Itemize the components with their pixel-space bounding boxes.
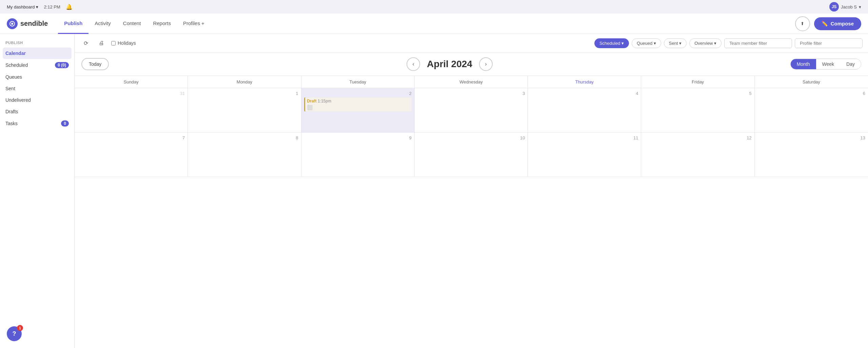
compose-label: Compose [831, 21, 854, 26]
scheduled-filter-button[interactable]: Scheduled ▾ [594, 38, 629, 48]
calendar-header: Sunday Monday Tuesday Wednesday Thursday… [75, 76, 868, 88]
cal-date-2: 2 [304, 91, 412, 96]
cal-cell-5[interactable]: 5 [641, 88, 754, 132]
cal-cell-4[interactable]: 4 [528, 88, 641, 132]
cal-date-8: 8 [191, 135, 298, 140]
logo-text: sendible [20, 20, 48, 27]
calendar-month-title: April 2024 [427, 59, 472, 70]
scheduled-filter-label: Scheduled ▾ [599, 41, 624, 46]
cal-date-10: 10 [417, 135, 525, 140]
day-header-wednesday: Wednesday [415, 76, 528, 88]
compose-button[interactable]: ✏️ Compose [814, 17, 861, 30]
today-label: Today [89, 61, 101, 67]
today-button[interactable]: Today [81, 58, 109, 70]
print-button[interactable]: 🖨 [96, 37, 107, 49]
profile-filter-input[interactable] [795, 38, 863, 48]
nav-reports[interactable]: Reports [147, 14, 177, 34]
help-badge: 1 [17, 325, 23, 331]
sent-filter-button[interactable]: Sent ▾ [664, 38, 687, 48]
user-menu[interactable]: JS Jacob S ▾ [829, 2, 861, 12]
next-month-button[interactable]: › [479, 57, 493, 71]
cal-date-12: 12 [644, 135, 751, 140]
overview-filter-button[interactable]: Overview ▾ [689, 38, 722, 48]
team-member-filter-input[interactable] [724, 38, 792, 48]
prev-month-button[interactable]: ‹ [407, 57, 420, 71]
cal-date-4: 4 [531, 91, 638, 96]
cal-cell-3[interactable]: 3 [415, 88, 528, 132]
cal-date-7: 7 [77, 135, 185, 140]
cal-cell-1[interactable]: 1 [188, 88, 301, 132]
sidebar-item-calendar[interactable]: Calendar [3, 47, 72, 59]
cal-cell-13[interactable]: 13 [755, 133, 868, 177]
sidebar-scheduled-label: Scheduled [5, 62, 55, 68]
holidays-label: Holidays [118, 40, 136, 46]
sidebar-item-queues[interactable]: Queues [0, 71, 74, 83]
cal-date-5: 5 [644, 91, 751, 96]
sidebar-item-tasks[interactable]: Tasks 0 [0, 117, 74, 130]
user-name: Jacob S [841, 4, 857, 9]
sidebar: PUBLISH Calendar Scheduled 0 (0) Queues … [0, 34, 75, 348]
nav-content[interactable]: Content [117, 14, 147, 34]
navbar-left: sendible Publish Activity Content Report… [7, 14, 211, 34]
refresh-icon: ⟳ [84, 40, 88, 46]
dashboard-label: My dashboard [7, 4, 35, 9]
scheduled-badge: 0 (0) [55, 62, 69, 68]
sidebar-item-undelivered[interactable]: Undelivered [0, 94, 74, 106]
day-header-monday: Monday [188, 76, 301, 88]
holidays-checkbox-label[interactable]: Holidays [111, 40, 136, 46]
sidebar-item-scheduled[interactable]: Scheduled 0 (0) [0, 59, 74, 71]
calendar-nav: Today ‹ April 2024 › Month Week D [75, 53, 868, 76]
cal-cell-7[interactable]: 7 [75, 133, 188, 177]
calendar-body: 31 1 2 Draft 1:15pm 3 [75, 88, 868, 177]
cal-cell-9[interactable]: 9 [301, 133, 415, 177]
cal-cell-2[interactable]: 2 Draft 1:15pm [301, 88, 415, 132]
sidebar-item-sent[interactable]: Sent [0, 83, 74, 94]
navbar-right: ⬆ ✏️ Compose [795, 16, 861, 31]
help-button[interactable]: ? 1 [7, 326, 22, 341]
avatar-initials: JS [832, 4, 837, 9]
week-view-label: Week [822, 61, 834, 67]
tasks-badge: 0 [61, 120, 69, 127]
cal-cell-12[interactable]: 12 [641, 133, 754, 177]
queued-filter-label: Queued ▾ [637, 41, 656, 46]
sidebar-undelivered-label: Undelivered [5, 97, 69, 103]
refresh-button[interactable]: ⟳ [80, 37, 92, 49]
cal-cell-31[interactable]: 31 [75, 88, 188, 132]
event-time: 1:15pm [318, 99, 331, 103]
day-header-saturday: Saturday [755, 76, 868, 88]
sidebar-item-drafts[interactable]: Drafts [0, 106, 74, 117]
cal-cell-6[interactable]: 6 [755, 88, 868, 132]
event-image-thumbnail [307, 105, 313, 110]
overview-filter-label: Overview ▾ [694, 41, 716, 46]
sidebar-calendar-label: Calendar [5, 51, 69, 56]
logo[interactable]: sendible [7, 18, 48, 29]
topbar: My dashboard ▾ 2:12 PM 🔔 JS Jacob S ▾ [0, 0, 868, 14]
view-switcher: Month Week Day [790, 59, 861, 70]
nav-profiles[interactable]: Profiles + [177, 14, 211, 34]
notification-bell-icon[interactable]: 🔔 [66, 4, 73, 10]
sent-filter-label: Sent ▾ [669, 41, 682, 46]
month-view-button[interactable]: Month [791, 59, 816, 69]
upload-button[interactable]: ⬆ [795, 16, 810, 31]
holidays-checkbox[interactable] [111, 41, 116, 45]
cal-date-11: 11 [531, 135, 638, 140]
navbar: sendible Publish Activity Content Report… [0, 14, 868, 34]
cal-cell-10[interactable]: 10 [415, 133, 528, 177]
day-header-sunday: Sunday [75, 76, 188, 88]
cal-event-draft[interactable]: Draft 1:15pm [304, 97, 412, 112]
main-layout: PUBLISH Calendar Scheduled 0 (0) Queues … [0, 34, 868, 348]
queued-filter-button[interactable]: Queued ▾ [632, 38, 661, 48]
cal-cell-8[interactable]: 8 [188, 133, 301, 177]
week-view-button[interactable]: Week [816, 59, 841, 69]
day-view-label: Day [846, 61, 855, 67]
cal-cell-11[interactable]: 11 [528, 133, 641, 177]
dashboard-dropdown[interactable]: My dashboard ▾ [7, 4, 38, 9]
avatar: JS [829, 2, 839, 12]
print-icon: 🖨 [99, 40, 104, 46]
cal-date-9: 9 [304, 135, 412, 140]
nav-activity[interactable]: Activity [88, 14, 117, 34]
logo-icon [7, 18, 18, 29]
day-view-button[interactable]: Day [840, 59, 861, 69]
nav-publish[interactable]: Publish [58, 14, 88, 34]
month-view-label: Month [797, 61, 810, 67]
